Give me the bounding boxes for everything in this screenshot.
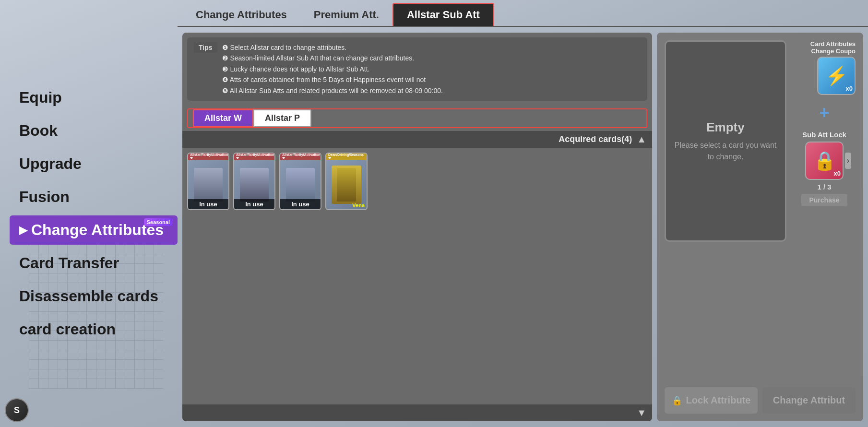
plus-icon: + [793, 103, 856, 123]
lock-icon: 🔒 [813, 150, 836, 171]
coupon-label: Card Attributes Change Coupo [793, 40, 856, 55]
change-attribute-button[interactable]: Change Attribut [762, 387, 856, 414]
tab-bar: Change Attributes Premium Att. Allstar S… [178, 0, 868, 27]
logo-area: S [5, 398, 29, 422]
lock-title: Sub Att Lock [802, 130, 846, 139]
sidebar-item-change-attributes[interactable]: ▶ Change Attributes Seasonal [10, 215, 178, 245]
sidebar-item-label: Upgrade [19, 155, 82, 173]
arrow-icon: ▶ [19, 224, 27, 237]
main-content: Change Attributes Premium Att. Allstar S… [178, 0, 868, 427]
card-preview: Empty Please select a card you wantto ch… [665, 40, 786, 242]
card-item[interactable]: Allstar/Rarity/Activation❤ In use [279, 153, 321, 210]
sidebar-item-label: Disassemble cards [19, 287, 158, 305]
tips-label: Tips [194, 42, 217, 53]
right-top: Empty Please select a card you wantto ch… [665, 40, 856, 242]
coupon-section: Card Attributes Change Coupo ⚡ x0 [793, 40, 856, 95]
tab-premium-att[interactable]: Premium Att. [300, 4, 392, 26]
sidebar-item-card-creation[interactable]: card creation [10, 315, 178, 344]
sidebar-item-label: Book [19, 122, 58, 140]
tip-line-5: ❺ All Allstar Sub Atts and related produ… [222, 85, 443, 96]
sidebar-item-card-transfer[interactable]: Card Transfer [10, 249, 178, 278]
sub-tab-container: Allstar W Allstar P [187, 108, 647, 128]
scroll-up-button[interactable]: ▲ [637, 134, 646, 145]
lock-icon-wrapper: 🔒 x0 › [805, 142, 844, 180]
cards-header: Acquired cards(4) ▲ [182, 131, 652, 148]
tips-box: Tips ❶ Select Allstar card to change att… [187, 37, 647, 101]
sidebar-item-book[interactable]: Book [10, 116, 178, 145]
tip-line-3: ❸ Lucky chance does not apply to Allstar… [222, 64, 443, 74]
sub-tab-allstar-w[interactable]: Allstar W [193, 109, 253, 127]
scroll-down-area: ▼ [182, 404, 652, 421]
sidebar-item-fusion[interactable]: Fusion [10, 182, 178, 212]
lightning-icon: ⚡ [825, 65, 848, 86]
lock-next-button[interactable]: › [845, 153, 851, 169]
card-item[interactable]: Dean/Driving/Seasons❤ Vena [325, 153, 368, 210]
tab-allstar-sub-att[interactable]: Allstar Sub Att [392, 3, 494, 26]
sidebar-item-equip[interactable]: Equip [10, 83, 178, 112]
purchase-button[interactable]: Purchase [801, 194, 847, 206]
lock-btn-icon: 🔒 [672, 395, 682, 406]
lock-icon-box: 🔒 x0 [805, 142, 844, 180]
right-panel: Empty Please select a card you wantto ch… [657, 33, 863, 421]
right-side: Card Attributes Change Coupo ⚡ x0 + Sub … [793, 40, 856, 206]
sidebar-item-label: card creation [19, 320, 116, 338]
sidebar-item-label: Card Transfer [19, 254, 119, 272]
tips-content: ❶ Select Allstar card to change attribut… [222, 42, 443, 96]
scroll-down-button[interactable]: ▼ [637, 407, 646, 418]
coupon-count: x0 [846, 85, 853, 92]
tip-line-2: ❷ Season-limited Allstar Sub Att that ca… [222, 53, 443, 63]
tip-line-4: ❹ Atts of cards obtained from the 5 Days… [222, 74, 443, 85]
sidebar: Equip Book Upgrade Fusion ▶ Change Attri… [0, 0, 178, 427]
coupon-icon: ⚡ x0 [817, 57, 856, 95]
lock-section: Sub Att Lock 🔒 x0 › 1 / 3 Purchase [793, 130, 856, 206]
card-item[interactable]: Allstar/Rarity/Activation❤ In use [233, 153, 275, 210]
sidebar-item-label: Fusion [19, 188, 70, 206]
sidebar-item-label: Equip [19, 89, 62, 107]
lock-count: x0 [834, 170, 841, 177]
lock-pagination: 1 / 3 [817, 183, 831, 191]
sidebar-item-upgrade[interactable]: Upgrade [10, 149, 178, 178]
in-use-label: In use [188, 199, 228, 209]
cards-grid: Allstar/Rarity/Activation❤ In use [182, 148, 652, 404]
logo: S [5, 398, 29, 422]
lock-attribute-button[interactable]: 🔒 Lock Attribute [665, 387, 758, 414]
empty-title: Empty [706, 120, 744, 135]
left-panel: Tips ❶ Select Allstar card to change att… [182, 33, 652, 421]
tab-change-attributes[interactable]: Change Attributes [182, 4, 300, 26]
card-item[interactable]: Allstar/Rarity/Activation❤ In use [187, 153, 229, 210]
bottom-buttons: 🔒 Lock Attribute Change Attribut [665, 387, 856, 414]
card-name-label: Vena [352, 202, 365, 208]
cards-count: Acquired cards(4) [559, 134, 632, 144]
in-use-label: In use [280, 199, 321, 209]
seasonal-badge: Seasonal [144, 218, 173, 226]
content-area: Tips ❶ Select Allstar card to change att… [178, 27, 868, 427]
in-use-label: In use [234, 199, 274, 209]
sub-tab-allstar-p[interactable]: Allstar P [253, 109, 311, 127]
tip-line-1: ❶ Select Allstar card to change attribut… [222, 42, 443, 53]
sidebar-item-disassemble[interactable]: Disassemble cards [10, 282, 178, 311]
empty-hint: Please select a card you wantto change. [675, 140, 777, 163]
